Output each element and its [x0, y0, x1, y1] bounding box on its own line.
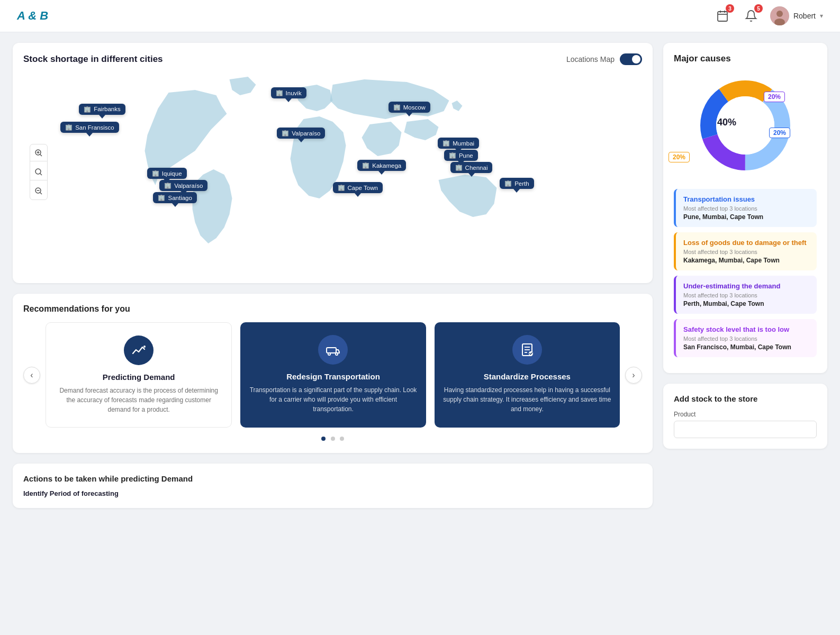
rec-card-predicting-demand: Predicting Demand Demand forecast accura… — [46, 322, 232, 428]
rec-carousel: ‹ Predicting Demand Demand forecast accu… — [23, 322, 642, 428]
rec-card-title-1: Predicting Demand — [55, 373, 223, 382]
user-dropdown-icon: ▾ — [820, 12, 823, 20]
locations-map-toggle[interactable] — [620, 53, 642, 65]
add-stock-card: Add stock to the store Product — [663, 384, 827, 449]
svg-line-12 — [40, 173, 42, 175]
recommendations-card: Recommendations for you ‹ Predicting Dem… — [13, 294, 653, 453]
donut-chart: 40% 20% 20% 20% — [674, 72, 817, 178]
user-menu[interactable]: Robert ▾ — [770, 6, 823, 25]
cause-sub-transportation: Most affected top 3 locations — [683, 205, 809, 212]
cause-locs-safety: San Francisco, Mumbai, Cape Town — [683, 343, 809, 351]
svg-point-29 — [716, 96, 774, 155]
pin-perth[interactable]: 🏢Perth — [500, 178, 534, 189]
svg-point-5 — [776, 11, 783, 17]
rec-card-desc-1: Demand forecast accuracy is the process … — [55, 386, 223, 414]
world-map — [23, 71, 642, 273]
left-column: Stock shortage in different cities Locat… — [13, 43, 653, 508]
svg-rect-17 — [327, 348, 336, 353]
pin-cape-town[interactable]: 🏢Cape Town — [333, 182, 383, 193]
rec-card-redesign-transport: Redesign Transportation Transportation i… — [240, 322, 426, 428]
svg-line-14 — [40, 192, 42, 194]
pin-chennai[interactable]: 🏢Chennai — [450, 162, 493, 173]
cause-locs-transportation: Pune, Mumbai, Cape Town — [683, 213, 809, 221]
zoom-controls — [30, 144, 48, 200]
svg-rect-0 — [718, 12, 727, 21]
carousel-dot-3[interactable] — [340, 437, 344, 441]
header-right: 3 5 Robert ▾ — [713, 6, 823, 25]
donut-label-orange: 20% — [669, 152, 690, 162]
zoom-in-button[interactable] — [30, 144, 47, 161]
map-toggle-area: Locations Map — [566, 53, 642, 65]
cause-locs-under: Perth, Mumbai, Cape Town — [683, 300, 809, 307]
actions-card: Actions to be taken while predicting Dem… — [13, 464, 653, 508]
logo: A & B — [17, 9, 48, 23]
cause-locs-damage: Kakamega, Mumbai, Cape Town — [683, 257, 809, 264]
causes-card: Major causes — [663, 43, 827, 373]
actions-subtitle: Identify Period of forecasting — [23, 489, 642, 497]
notification-button[interactable]: 5 — [742, 6, 761, 25]
pin-kakamega[interactable]: 🏢Kakamega — [357, 160, 406, 171]
svg-point-18 — [328, 353, 330, 355]
cause-underestimating: Under-estimating the demand Most affecte… — [674, 276, 817, 314]
pin-san-francisco[interactable]: 🏢San Fransisco — [60, 122, 119, 133]
carousel-prev-button[interactable]: ‹ — [23, 367, 40, 384]
cause-damage-theft: Loss of goods due to damage or theft Mos… — [674, 232, 817, 270]
notification-badge: 5 — [754, 4, 763, 13]
cause-sub-safety: Most affected top 3 locations — [683, 335, 809, 342]
product-input[interactable] — [674, 421, 817, 438]
pin-iquique[interactable]: 🏢Iquique — [147, 168, 187, 179]
recommendations-title: Recommendations for you — [23, 304, 642, 314]
rec-card-standardize: Standardize Processes Having standardize… — [435, 322, 620, 428]
zoom-out-button[interactable] — [30, 183, 47, 199]
pin-moscow[interactable]: 🏢Moscow — [389, 102, 430, 113]
rec-icon-transport — [318, 335, 348, 365]
rec-card-desc-2: Transportation is a significant part of … — [249, 385, 417, 414]
cause-sub-damage: Most affected top 3 locations — [683, 249, 809, 255]
pin-valparaiso-bottom[interactable]: 🏢Valparaíso — [159, 180, 207, 191]
map-title: Stock shortage in different cities — [23, 54, 163, 65]
header: A & B 3 5 — [0, 0, 840, 32]
svg-point-19 — [336, 353, 338, 355]
rec-card-title-2: Redesign Transportation — [249, 372, 417, 381]
pin-fairbanks[interactable]: 🏢Fairbanks — [79, 104, 125, 115]
rec-card-desc-3: Having standardized processes help in ha… — [443, 385, 611, 414]
carousel-dot-2[interactable] — [331, 437, 335, 441]
calendar-button[interactable]: 3 — [713, 6, 732, 25]
carousel-dot-1[interactable] — [321, 437, 326, 441]
calendar-badge: 3 — [726, 4, 734, 13]
pin-mumbai[interactable]: 🏢Mumbai — [438, 138, 479, 149]
right-column: Major causes — [663, 43, 827, 508]
cause-title-damage: Loss of goods due to damage or theft — [683, 239, 809, 247]
pin-santiago[interactable]: 🏢Santiago — [153, 192, 196, 203]
carousel-next-button[interactable]: › — [625, 367, 642, 384]
rec-icon-standardize — [512, 335, 542, 365]
rec-icon-predicting — [124, 335, 153, 365]
cause-sub-under: Most affected top 3 locations — [683, 292, 809, 298]
pin-pune[interactable]: 🏢Pune — [444, 150, 478, 161]
product-label: Product — [674, 411, 817, 418]
main-layout: Stock shortage in different cities Locat… — [0, 32, 840, 519]
cause-title-safety: Safety stock level that is too low — [683, 325, 809, 333]
toggle-label: Locations Map — [566, 55, 615, 64]
user-name: Robert — [793, 12, 816, 20]
carousel-dots — [23, 434, 642, 442]
map-card: Stock shortage in different cities Locat… — [13, 43, 653, 283]
add-stock-title: Add stock to the store — [674, 394, 817, 403]
zoom-reset-button[interactable] — [30, 164, 47, 180]
rec-card-title-3: Standardize Processes — [443, 372, 611, 381]
avatar — [770, 6, 789, 25]
svg-line-8 — [40, 154, 42, 156]
actions-title: Actions to be taken while predicting Dem… — [23, 474, 642, 483]
map-container: 🏢Inuvik 🏢Fairbanks 🏢San Fransisco 🏢Mosco… — [23, 71, 642, 273]
pin-inuvik[interactable]: 🏢Inuvik — [271, 87, 306, 98]
svg-point-16 — [143, 346, 146, 348]
causes-title: Major causes — [674, 53, 817, 64]
cause-transportation: Transportation issues Most affected top … — [674, 189, 817, 227]
cause-title-transportation: Transportation issues — [683, 195, 809, 203]
map-header: Stock shortage in different cities Locat… — [23, 53, 642, 65]
rec-cards: Predicting Demand Demand forecast accura… — [46, 322, 620, 428]
pin-valparaiso-top[interactable]: 🏢Valparaíso — [277, 128, 325, 139]
cause-safety-stock: Safety stock level that is too low Most … — [674, 319, 817, 357]
cause-title-under: Under-estimating the demand — [683, 282, 809, 290]
